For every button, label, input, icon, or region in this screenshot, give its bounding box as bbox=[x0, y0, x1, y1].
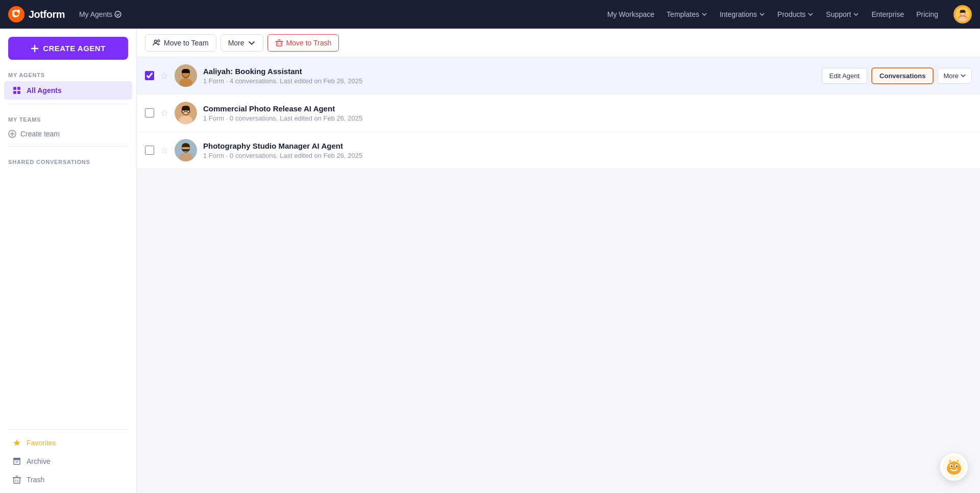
sidebar-item-favorites[interactable]: Favorites bbox=[4, 434, 132, 452]
user-avatar-image bbox=[955, 7, 970, 21]
user-avatar[interactable] bbox=[953, 5, 972, 24]
agent-more-button-1[interactable]: More bbox=[938, 68, 972, 84]
svg-point-39 bbox=[951, 465, 952, 467]
agent-avatar-3 bbox=[175, 139, 197, 161]
svg-rect-18 bbox=[277, 41, 282, 46]
more-chevron-icon bbox=[248, 39, 256, 47]
nav-my-workspace[interactable]: My Workspace bbox=[602, 7, 659, 21]
trash-icon bbox=[12, 475, 21, 484]
more-button[interactable]: More bbox=[220, 34, 263, 52]
star-icon bbox=[12, 438, 21, 448]
agent-info-1: Aaliyah: Booking Assistant 1 Form · 4 co… bbox=[203, 67, 816, 85]
sidebar-divider-1 bbox=[8, 104, 128, 104]
agent-info-3: Photography Studio Manager AI Agent 1 Fo… bbox=[203, 142, 972, 159]
svg-point-23 bbox=[180, 79, 191, 86]
agent-star-1[interactable]: ☆ bbox=[160, 70, 168, 81]
agent-actions-1: Edit Agent Conversations More bbox=[822, 67, 972, 84]
my-agents-section-label: MY AGENTS bbox=[0, 64, 136, 81]
nav-pricing[interactable]: Pricing bbox=[911, 7, 943, 21]
main-layout: CREATE AGENT MY AGENTS All Agents MY TEA… bbox=[0, 29, 980, 493]
agent-checkbox-3[interactable] bbox=[145, 146, 154, 155]
sidebar-item-all-agents[interactable]: All Agents bbox=[4, 81, 132, 100]
svg-rect-10 bbox=[13, 91, 16, 94]
edit-agent-button-1[interactable]: Edit Agent bbox=[822, 68, 867, 84]
chatbot-bubble[interactable] bbox=[940, 453, 968, 481]
workspace-selector[interactable]: My Agents bbox=[79, 10, 121, 18]
create-team-item[interactable]: Create team bbox=[0, 126, 136, 142]
integrations-chevron-icon bbox=[759, 11, 765, 17]
agent-star-3[interactable]: ☆ bbox=[160, 145, 168, 156]
agent-meta-2: 1 Form · 0 conversations. Last edited on… bbox=[203, 114, 972, 122]
svg-point-40 bbox=[956, 465, 958, 467]
svg-point-16 bbox=[155, 40, 157, 42]
agent-avatar-image-1 bbox=[175, 64, 197, 87]
conversations-button-1[interactable]: Conversations bbox=[871, 67, 934, 84]
archive-icon bbox=[12, 457, 21, 466]
move-to-trash-button[interactable]: Move to Trash bbox=[267, 34, 339, 52]
svg-rect-11 bbox=[17, 91, 20, 94]
agent-name-1: Aaliyah: Booking Assistant bbox=[203, 67, 816, 76]
create-agent-button[interactable]: CREATE AGENT bbox=[8, 37, 128, 60]
svg-rect-9 bbox=[17, 87, 20, 90]
sidebar-divider-3 bbox=[8, 429, 128, 430]
agent-checkbox-1[interactable] bbox=[145, 71, 154, 80]
agent-avatar-2 bbox=[175, 102, 197, 124]
nav-templates[interactable]: Templates bbox=[662, 7, 713, 21]
nav-support[interactable]: Support bbox=[821, 7, 864, 21]
chatbot-icon bbox=[942, 455, 966, 479]
agent-avatar-1 bbox=[175, 64, 197, 87]
nav-enterprise[interactable]: Enterprise bbox=[866, 7, 909, 21]
agent-name-2: Commercial Photo Release AI Agent bbox=[203, 104, 972, 113]
agent-meta-1: 1 Form · 4 conversations. Last edited on… bbox=[203, 77, 816, 85]
agent-star-2[interactable]: ☆ bbox=[160, 107, 168, 119]
nav-integrations[interactable]: Integrations bbox=[715, 7, 770, 21]
plus-icon bbox=[31, 44, 39, 53]
logo-area[interactable]: Jotform bbox=[8, 6, 65, 22]
top-navigation: Jotform My Agents My Workspace Templates… bbox=[0, 0, 980, 29]
logo-text: Jotform bbox=[29, 9, 65, 20]
create-team-icon bbox=[8, 130, 16, 138]
all-agents-icon bbox=[12, 86, 21, 95]
trash-toolbar-icon bbox=[275, 39, 283, 47]
main-content: Move to Team More Move to Trash ☆ bbox=[137, 29, 980, 493]
svg-point-1 bbox=[17, 10, 20, 13]
svg-rect-15 bbox=[14, 478, 20, 483]
agent-info-2: Commercial Photo Release AI Agent 1 Form… bbox=[203, 104, 972, 122]
shared-conversations-section-label: SHARED CONVERSATIONS bbox=[0, 151, 136, 168]
sidebar-item-trash[interactable]: Trash bbox=[4, 471, 132, 489]
svg-point-17 bbox=[158, 40, 160, 42]
templates-chevron-icon bbox=[701, 11, 707, 17]
sidebar-item-archive[interactable]: Archive bbox=[4, 452, 132, 471]
agent-list: ☆ Aaliyah: Booking Assistant 1 Form · 4 … bbox=[137, 57, 980, 493]
jotform-logo-icon bbox=[8, 6, 24, 22]
agent-more-chevron-icon bbox=[960, 73, 966, 79]
support-chevron-icon bbox=[853, 11, 859, 17]
all-agents-label: All Agents bbox=[27, 86, 62, 95]
svg-point-2 bbox=[115, 11, 121, 17]
workspace-check-icon bbox=[114, 11, 121, 18]
sidebar-bottom: Favorites Archive Trash bbox=[0, 425, 136, 493]
agent-avatar-image-2 bbox=[175, 102, 197, 124]
agent-row: ☆ Commercial bbox=[137, 95, 980, 132]
move-to-team-button[interactable]: Move to Team bbox=[145, 34, 216, 52]
sidebar: CREATE AGENT MY AGENTS All Agents MY TEA… bbox=[0, 29, 137, 493]
agent-avatar-image-3 bbox=[175, 139, 197, 161]
agent-checkbox-2[interactable] bbox=[145, 108, 154, 118]
sidebar-divider-2 bbox=[8, 146, 128, 147]
toolbar: Move to Team More Move to Trash bbox=[137, 29, 980, 57]
svg-point-36 bbox=[948, 461, 960, 472]
move-to-team-icon bbox=[153, 39, 161, 47]
svg-rect-8 bbox=[13, 87, 16, 90]
agent-row: ☆ Photography Studio Manager AI Agent 1 … bbox=[137, 132, 980, 169]
agent-row: ☆ Aaliyah: Booking Assistant 1 Form · 4 … bbox=[137, 57, 980, 95]
agent-meta-3: 1 Form · 0 conversations. Last edited on… bbox=[203, 152, 972, 159]
my-teams-section-label: MY TEAMS bbox=[0, 108, 136, 126]
nav-links: My Workspace Templates Integrations Prod… bbox=[602, 7, 943, 21]
agent-name-3: Photography Studio Manager AI Agent bbox=[203, 142, 972, 150]
products-chevron-icon bbox=[807, 11, 814, 17]
nav-products[interactable]: Products bbox=[772, 7, 819, 21]
